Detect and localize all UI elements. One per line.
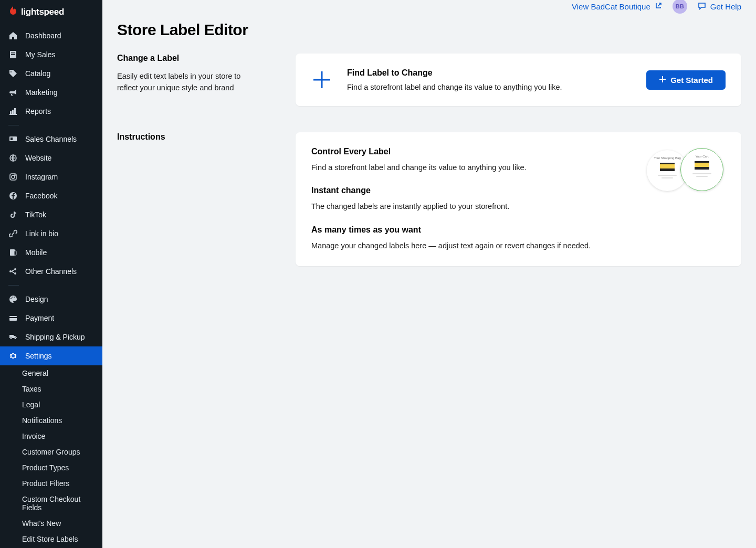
illustration-before-label: Your Shopping Bag xyxy=(654,156,681,160)
instruction-block-title: Instant change xyxy=(311,186,631,195)
sidebar-item-design[interactable]: Design xyxy=(0,290,102,309)
facebook-icon xyxy=(8,191,18,201)
sidebar-item-facebook[interactable]: Facebook xyxy=(0,186,102,205)
svg-rect-2 xyxy=(11,54,15,55)
chat-icon xyxy=(698,2,706,12)
globe-icon xyxy=(8,153,18,163)
sidebar-item-label: Reports xyxy=(25,107,51,115)
external-link-icon xyxy=(655,2,662,11)
sidebar-item-instagram[interactable]: Instagram xyxy=(0,167,102,186)
instagram-icon xyxy=(8,172,18,182)
megaphone-icon xyxy=(8,88,18,97)
svg-point-12 xyxy=(15,175,16,176)
sidebar-sub-custom-checkout[interactable]: Custom Checkout Fields xyxy=(0,491,102,515)
sidebar-item-link-in-bio[interactable]: Link in bio xyxy=(0,224,102,243)
sidebar-item-label: Settings xyxy=(25,352,52,360)
find-card-title: Find Label to Change xyxy=(347,68,632,78)
sidebar-item-marketing[interactable]: Marketing xyxy=(0,83,102,102)
svg-point-16 xyxy=(9,270,12,272)
palette-icon xyxy=(8,294,18,304)
sidebar-item-label: TikTok xyxy=(25,210,46,219)
sidebar-item-shipping[interactable]: Shipping & Pickup xyxy=(0,328,102,346)
find-card-desc: Find a storefront label and change its v… xyxy=(347,83,632,91)
nodes-icon xyxy=(8,267,18,276)
view-store-label: View BadCat Boutique xyxy=(572,2,650,11)
svg-point-11 xyxy=(12,175,15,178)
svg-point-18 xyxy=(14,272,16,275)
svg-rect-3 xyxy=(9,114,17,115)
sidebar-item-label: Mobile xyxy=(25,248,47,257)
main-area: View BadCat Boutique BB Get Help Store L… xyxy=(102,0,756,548)
sidebar-item-settings[interactable]: Settings xyxy=(0,346,102,365)
mobile-icon xyxy=(8,248,18,257)
sidebar-item-my-sales[interactable]: My Sales xyxy=(0,45,102,64)
get-started-button[interactable]: Get Started xyxy=(646,70,726,90)
svg-rect-20 xyxy=(9,317,17,318)
sidebar-item-dashboard[interactable]: Dashboard xyxy=(0,26,102,45)
sidebar-item-label: Instagram xyxy=(25,173,58,181)
svg-rect-6 xyxy=(14,108,16,114)
sidebar-sub-customer-groups[interactable]: Customer Groups xyxy=(0,444,102,460)
sidebar-item-sales-channels[interactable]: Sales Channels xyxy=(0,130,102,149)
sidebar-item-label: Design xyxy=(25,295,48,303)
nav-divider xyxy=(8,125,19,125)
topbar: View BadCat Boutique BB Get Help xyxy=(102,0,756,12)
svg-rect-15 xyxy=(14,251,16,255)
sidebar-item-payment[interactable]: Payment xyxy=(0,309,102,328)
instructions-card: Control Every Label Find a storefront la… xyxy=(296,132,741,266)
sidebar-sub-product-types[interactable]: Product Types xyxy=(0,460,102,476)
instruction-block-desc: The changed labels are instantly applied… xyxy=(311,201,631,212)
sidebar-item-label: Catalog xyxy=(25,69,50,78)
get-started-label: Get Started xyxy=(670,76,713,85)
svg-rect-1 xyxy=(11,52,15,54)
sidebar-sub-edit-store-labels[interactable]: Edit Store Labels xyxy=(0,531,102,547)
sidebar-sub-legal[interactable]: Legal xyxy=(0,397,102,413)
plus-icon xyxy=(311,69,332,90)
sidebar-item-label: Sales Channels xyxy=(25,135,77,143)
sidebar-item-tiktok[interactable]: TikTok xyxy=(0,205,102,224)
sidebar-item-label: Dashboard xyxy=(25,31,61,40)
shorts-icon xyxy=(695,161,709,170)
section-change-label: Change a Label Easily edit text labels i… xyxy=(117,54,741,106)
shorts-icon xyxy=(660,163,675,171)
sidebar-item-other-channels[interactable]: Other Channels xyxy=(0,262,102,281)
instruction-block-title: Control Every Label xyxy=(311,147,631,156)
brand-name: lightspeed xyxy=(21,7,64,17)
sidebar-item-label: Payment xyxy=(25,314,54,322)
sidebar-sub-notifications[interactable]: Notifications xyxy=(0,413,102,428)
sidebar-item-mobile[interactable]: Mobile xyxy=(0,243,102,262)
sidebar-sub-whats-new[interactable]: What's New xyxy=(0,515,102,531)
nav-divider xyxy=(8,285,19,286)
sidebar-item-website[interactable]: Website xyxy=(0,149,102,167)
sidebar-sub-taxes[interactable]: Taxes xyxy=(0,381,102,397)
gear-icon xyxy=(8,351,18,361)
svg-point-17 xyxy=(14,268,16,270)
channels-icon xyxy=(8,134,18,144)
wallet-icon xyxy=(8,313,18,323)
help-label: Get Help xyxy=(710,2,741,11)
illustration-after: Your Cart xyxy=(680,148,723,191)
chart-icon xyxy=(8,107,18,116)
instruction-block-desc: Find a storefront label and change its v… xyxy=(311,162,631,173)
view-store-link[interactable]: View BadCat Boutique xyxy=(572,2,662,11)
tiktok-icon xyxy=(8,210,18,219)
sidebar-item-reports[interactable]: Reports xyxy=(0,102,102,121)
brand-logo[interactable]: lightspeed xyxy=(0,0,102,26)
sidebar-sub-general[interactable]: General xyxy=(0,365,102,381)
home-icon xyxy=(8,31,18,40)
sidebar-item-label: Other Channels xyxy=(25,267,77,276)
document-icon xyxy=(8,50,18,59)
tag-icon xyxy=(8,69,18,78)
sidebar-item-catalog[interactable]: Catalog xyxy=(0,64,102,83)
section-change-desc: Easily edit text labels in your store to… xyxy=(117,70,254,94)
sidebar-sub-product-filters[interactable]: Product Filters xyxy=(0,476,102,491)
get-help-link[interactable]: Get Help xyxy=(698,2,741,12)
svg-rect-4 xyxy=(10,111,12,114)
plus-small-icon xyxy=(659,76,666,85)
svg-rect-5 xyxy=(12,110,14,114)
svg-rect-19 xyxy=(9,316,17,321)
page-title: Store Label Editor xyxy=(117,21,741,39)
sidebar-item-label: Link in bio xyxy=(25,229,58,238)
sidebar-sub-invoice[interactable]: Invoice xyxy=(0,428,102,444)
sidebar-item-label: Shipping & Pickup xyxy=(25,333,85,341)
